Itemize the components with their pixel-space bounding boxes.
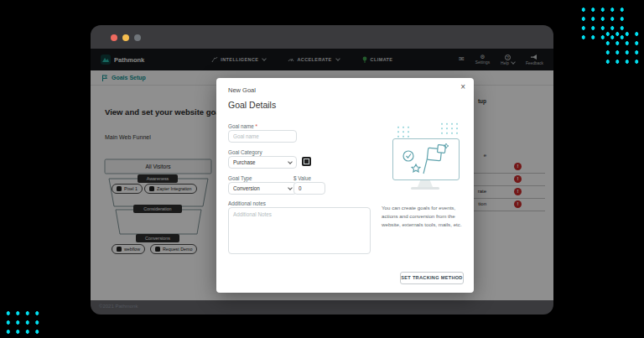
dot-grid-decoration <box>2 307 40 338</box>
goal-type-select[interactable]: Conversion <box>228 182 297 195</box>
close-icon[interactable]: × <box>460 82 465 91</box>
modal-heading: Goal Details <box>228 100 276 110</box>
value-input[interactable] <box>293 182 325 195</box>
notes-textarea[interactable] <box>228 207 371 254</box>
footer-copyright: ©2021 Pathmonk <box>99 304 138 309</box>
goal-category-icon[interactable] <box>302 157 311 166</box>
goal-category-select[interactable]: Purchase <box>228 156 297 169</box>
monitor-base <box>411 187 439 190</box>
dot-grid-decoration <box>396 125 413 138</box>
required-mark: * <box>256 123 257 129</box>
new-goal-modal: New Goal × Goal Details Goal name * Goal… <box>216 78 474 293</box>
close-window-icon[interactable] <box>111 34 117 41</box>
monitor-stand <box>418 180 433 187</box>
modal-title: New Goal <box>228 86 256 94</box>
dot-grid-decoration <box>601 28 644 66</box>
notes-label: Additional notes <box>228 200 266 206</box>
monitor-illustration <box>392 138 460 180</box>
minimize-window-icon[interactable] <box>122 34 129 41</box>
goal-type-value: Conversion <box>233 185 260 191</box>
set-tracking-method-button[interactable]: SET TRACKING METHOD <box>400 272 464 284</box>
dot-grid-decoration <box>439 122 461 137</box>
goal-category-label: Goal Category <box>228 149 262 155</box>
goal-category-value: Purchase <box>233 159 256 165</box>
zoom-window-icon[interactable] <box>134 34 141 41</box>
window-controls <box>111 34 141 41</box>
goal-name-input[interactable] <box>228 130 297 143</box>
goal-name-label: Goal name * <box>228 123 257 129</box>
goal-flag-illustration <box>393 139 459 179</box>
chevron-down-icon <box>288 185 293 190</box>
modal-info-text: You can create goals for events, actions… <box>382 204 470 229</box>
browser-window: Pathmonk INTELLIGENCE ACCELERATE CLIMATE <box>91 25 553 315</box>
value-label: $ Value <box>293 175 311 181</box>
goal-type-label: Goal Type <box>228 175 252 181</box>
chevron-down-icon <box>288 159 293 164</box>
